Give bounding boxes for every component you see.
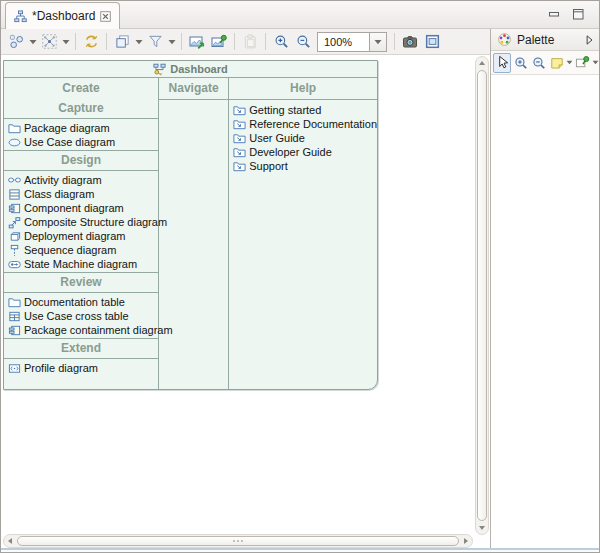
diagram-tree-icon	[14, 10, 27, 23]
pin-open-arrow-icon[interactable]	[583, 34, 595, 46]
arrange-network-dropdown[interactable]	[60, 31, 71, 53]
help-header: Help	[229, 78, 377, 100]
link-deployment-diagram[interactable]: Deployment diagram	[4, 229, 158, 243]
scroll-right-button[interactable]	[460, 535, 472, 547]
pinned-note-tool[interactable]	[573, 53, 591, 73]
diagram-canvas[interactable]: Dashboard Create Capture Package diagram…	[1, 55, 490, 550]
synchronize-button[interactable]	[80, 31, 102, 53]
link-class-diagram[interactable]: Class diagram	[4, 187, 158, 201]
minimize-icon[interactable]	[547, 7, 561, 21]
link-state-machine-diagram[interactable]: State Machine diagram	[4, 257, 158, 271]
pin-image-button[interactable]	[208, 31, 230, 53]
zoom-in-button[interactable]	[270, 31, 292, 53]
navigate-image-button[interactable]	[186, 31, 208, 53]
link-component-diagram[interactable]: Component diagram	[4, 201, 158, 215]
vertical-scrollbar[interactable]	[475, 56, 489, 535]
maximize-icon[interactable]	[571, 7, 585, 21]
link-user-guide[interactable]: User Guide	[229, 131, 377, 145]
camera-screenshot-button[interactable]	[399, 31, 421, 53]
tab-dashboard[interactable]: *Dashboard	[5, 2, 120, 29]
triangle-up-icon	[479, 61, 485, 65]
scroll-left-button[interactable]	[4, 535, 16, 547]
link-label: Profile diagram	[24, 362, 98, 374]
help-folder-icon	[233, 104, 246, 117]
triangle-right-icon	[464, 538, 468, 544]
horizontal-scrollbar[interactable]	[3, 534, 473, 548]
zoom-level-dropdown[interactable]	[369, 32, 387, 52]
link-package-diagram[interactable]: Package diagram	[4, 121, 158, 135]
activity-icon	[8, 174, 21, 187]
zoom-out-icon	[532, 56, 546, 70]
scroll-up-button[interactable]	[476, 57, 488, 69]
help-folder-icon	[233, 146, 246, 159]
help-folder-icon	[233, 160, 246, 173]
scroll-down-button[interactable]	[476, 522, 488, 534]
link-label: Getting started	[249, 104, 321, 116]
link-reference-documentation[interactable]: Reference Documentation	[229, 117, 377, 131]
diagram-nodes-icon	[9, 34, 24, 49]
chevron-down-icon	[29, 39, 37, 45]
class-icon	[8, 188, 21, 201]
link-developer-guide[interactable]: Developer Guide	[229, 145, 377, 159]
profile-icon	[8, 362, 21, 375]
link-package-containment-diagram[interactable]: Package containment diagram	[4, 323, 158, 337]
zoom-out-button[interactable]	[292, 31, 314, 53]
filter-dropdown[interactable]	[166, 31, 177, 53]
toolbar-separator	[75, 33, 76, 50]
folder-icon	[8, 296, 21, 309]
paste-icon	[243, 34, 258, 49]
tab-title: *Dashboard	[32, 9, 95, 23]
close-icon[interactable]	[100, 11, 111, 22]
link-getting-started[interactable]: Getting started	[229, 103, 377, 117]
zoom-level-combo[interactable]: 100%	[317, 32, 387, 52]
copy-appearance-dropdown[interactable]	[133, 31, 144, 53]
pinned-note-dropdown[interactable]	[592, 53, 599, 73]
composite-structure-icon	[8, 216, 21, 229]
create-header: Create	[4, 78, 158, 99]
design-section: Design Activity diagram Class diagram Co…	[4, 150, 158, 272]
zoom-level-value[interactable]: 100%	[317, 32, 369, 52]
link-use-case-cross-table[interactable]: Use Case cross table	[4, 309, 158, 323]
link-label: Documentation table	[24, 296, 125, 308]
palette-header[interactable]: Palette	[491, 29, 600, 51]
create-column: Create Capture Package diagram Use Case …	[4, 78, 159, 390]
link-label: Developer Guide	[249, 146, 332, 158]
zoom-in-icon	[274, 34, 289, 49]
link-profile-diagram[interactable]: Profile diagram	[4, 361, 158, 375]
link-documentation-table[interactable]: Documentation table	[4, 295, 158, 309]
filter-button[interactable]	[144, 31, 166, 53]
diagram-nodes-dropdown[interactable]	[27, 31, 38, 53]
horizontal-scroll-thumb[interactable]	[17, 536, 459, 546]
palette-zoom-out-tool[interactable]	[530, 53, 548, 73]
link-label: Reference Documentation	[249, 118, 377, 130]
arrange-network-icon	[42, 34, 57, 49]
toolbar-separator	[265, 33, 266, 50]
window-bottom-edge	[1, 548, 599, 552]
note-tool[interactable]	[548, 53, 566, 73]
view-window-buttons	[547, 7, 585, 21]
deployment-icon	[8, 230, 21, 243]
navigate-header: Navigate	[159, 78, 228, 100]
vertical-scroll-thumb[interactable]	[477, 70, 487, 521]
arrange-network-button[interactable]	[38, 31, 60, 53]
paste-button	[239, 31, 261, 53]
link-label: Package containment diagram	[24, 324, 173, 336]
copy-appearance-button[interactable]	[111, 31, 133, 53]
triangle-down-icon	[479, 526, 485, 530]
select-tool[interactable]	[493, 53, 511, 73]
link-support[interactable]: Support	[229, 159, 377, 173]
review-header: Review	[4, 273, 158, 292]
pinned-note-icon	[575, 55, 590, 70]
link-use-case-diagram[interactable]: Use Case diagram	[4, 135, 158, 149]
sequence-icon	[8, 244, 21, 257]
snapshot-frame-button[interactable]	[421, 31, 443, 53]
palette-zoom-in-tool[interactable]	[511, 53, 529, 73]
diagram-nodes-button[interactable]	[5, 31, 27, 53]
link-composite-structure-diagram[interactable]: Composite Structure diagram	[4, 215, 158, 229]
link-sequence-diagram[interactable]: Sequence diagram	[4, 243, 158, 257]
chevron-down-icon	[566, 60, 573, 65]
note-tool-dropdown[interactable]	[566, 53, 573, 73]
review-section: Review Documentation table Use Case cros…	[4, 272, 158, 338]
link-activity-diagram[interactable]: Activity diagram	[4, 173, 158, 187]
link-label: Activity diagram	[24, 174, 102, 186]
